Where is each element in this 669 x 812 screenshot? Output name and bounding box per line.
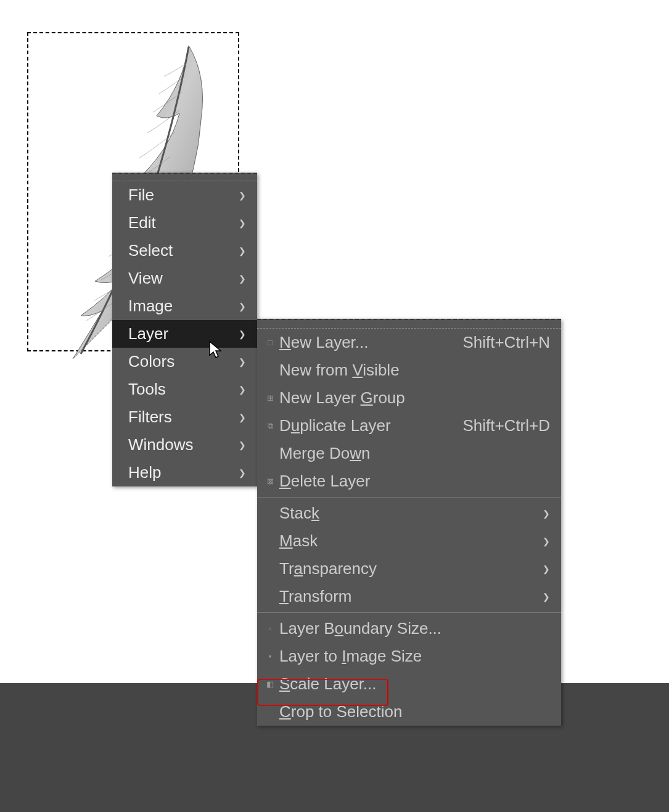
menu-item-icon: ▪ <box>263 652 277 661</box>
submenu-item-label: New Layer... <box>279 333 462 352</box>
menu-item-layer[interactable]: Layer❯ <box>112 320 257 348</box>
chevron-right-icon: ❯ <box>239 357 246 367</box>
menu-item-image[interactable]: Image❯ <box>112 292 257 320</box>
submenu-item-label: New Layer Group <box>279 388 550 408</box>
menu-item-label: Help <box>128 463 161 482</box>
submenu-item-shortcut: Shift+Ctrl+D <box>462 416 550 435</box>
submenu-item-label: Transparency <box>279 559 543 578</box>
chevron-right-icon: ❯ <box>239 246 246 256</box>
submenu-item-new-layer[interactable]: □New Layer...Shift+Ctrl+N <box>257 329 561 356</box>
menu-item-colors[interactable]: Colors❯ <box>112 348 257 375</box>
menu-item-tools[interactable]: Tools❯ <box>112 375 257 403</box>
submenu-item-layer-boundary-size[interactable]: ▫Layer Boundary Size... <box>257 615 561 642</box>
menu-item-edit[interactable]: Edit❯ <box>112 209 257 237</box>
submenu-item-stack[interactable]: Stack❯ <box>257 499 561 527</box>
menu-tearoff-handle[interactable] <box>112 173 257 181</box>
menu-item-label: Tools <box>128 380 166 399</box>
chevron-right-icon: ❯ <box>239 301 246 311</box>
chevron-right-icon: ❯ <box>239 191 246 200</box>
submenu-item-shortcut: Shift+Ctrl+N <box>462 333 550 352</box>
submenu-item-label: Crop to Selection <box>279 702 550 721</box>
submenu-item-transform[interactable]: Transform❯ <box>257 583 561 610</box>
submenu-item-label: New from Visible <box>279 361 550 380</box>
chevron-right-icon: ❯ <box>543 592 550 602</box>
menu-item-label: Layer <box>128 324 168 343</box>
menu-item-label: Filters <box>128 408 172 427</box>
menu-item-label: View <box>128 269 163 288</box>
submenu-item-label: Layer to Image Size <box>279 647 550 666</box>
menu-item-select[interactable]: Select❯ <box>112 237 257 265</box>
chevron-right-icon: ❯ <box>239 385 246 395</box>
submenu-item-mask[interactable]: Mask❯ <box>257 527 561 555</box>
menu-item-icon: □ <box>263 338 277 347</box>
chevron-right-icon: ❯ <box>543 536 550 546</box>
menu-separator <box>257 497 561 498</box>
mouse-cursor-icon <box>208 340 223 359</box>
chevron-right-icon: ❯ <box>239 440 246 450</box>
menu-item-filters[interactable]: Filters❯ <box>112 403 257 431</box>
chevron-right-icon: ❯ <box>239 468 246 478</box>
menu-item-label: File <box>128 186 154 205</box>
menu-item-icon: ⧉ <box>263 421 277 431</box>
submenu-item-transparency[interactable]: Transparency❯ <box>257 555 561 583</box>
submenu-item-label: Layer Boundary Size... <box>279 619 550 638</box>
submenu-item-label: Transform <box>279 587 543 606</box>
chevron-right-icon: ❯ <box>239 329 246 339</box>
submenu-item-layer-to-image-size[interactable]: ▪Layer to Image Size <box>257 642 561 670</box>
chevron-right-icon: ❯ <box>543 509 550 519</box>
submenu-item-label: Duplicate Layer <box>279 416 462 435</box>
submenu-item-label: Stack <box>279 504 543 523</box>
submenu-item-label: Delete Layer <box>279 472 550 491</box>
submenu-item-merge-down[interactable]: Merge Down <box>257 440 561 467</box>
submenu-item-crop-to-selection[interactable]: Crop to Selection <box>257 698 561 726</box>
submenu-item-label: Scale Layer... <box>279 675 550 694</box>
submenu-item-new-from-visible[interactable]: New from Visible <box>257 356 561 384</box>
menu-item-icon: ▫ <box>263 624 277 633</box>
submenu-tearoff-handle[interactable] <box>257 319 561 329</box>
menu-item-label: Select <box>128 241 173 260</box>
menu-item-label: Image <box>128 297 173 316</box>
chevron-right-icon: ❯ <box>543 564 550 574</box>
submenu-item-new-layer-group[interactable]: ⊞New Layer Group <box>257 384 561 412</box>
menu-item-icon: ⊞ <box>263 393 277 403</box>
menu-item-help[interactable]: Help❯ <box>112 459 257 486</box>
menu-item-icon: ⊠ <box>263 477 277 486</box>
context-submenu-layer: □New Layer...Shift+Ctrl+NNew from Visibl… <box>257 319 561 726</box>
submenu-item-label: Merge Down <box>279 444 550 463</box>
submenu-item-label: Mask <box>279 531 543 551</box>
submenu-item-duplicate-layer[interactable]: ⧉Duplicate LayerShift+Ctrl+D <box>257 412 561 440</box>
menu-item-windows[interactable]: Windows❯ <box>112 431 257 459</box>
menu-separator <box>257 612 561 613</box>
menu-item-label: Windows <box>128 435 193 454</box>
menu-item-view[interactable]: View❯ <box>112 265 257 292</box>
submenu-item-delete-layer[interactable]: ⊠Delete Layer <box>257 467 561 495</box>
menu-item-icon: ◧ <box>263 679 277 689</box>
chevron-right-icon: ❯ <box>239 218 246 228</box>
menu-item-file[interactable]: File❯ <box>112 181 257 209</box>
context-menu-main: File❯Edit❯Select❯View❯Image❯Layer❯Colors… <box>112 173 257 486</box>
menu-item-label: Colors <box>128 352 174 371</box>
menu-item-label: Edit <box>128 213 156 232</box>
chevron-right-icon: ❯ <box>239 274 246 284</box>
submenu-item-scale-layer[interactable]: ◧Scale Layer... <box>257 670 561 698</box>
chevron-right-icon: ❯ <box>239 412 246 422</box>
